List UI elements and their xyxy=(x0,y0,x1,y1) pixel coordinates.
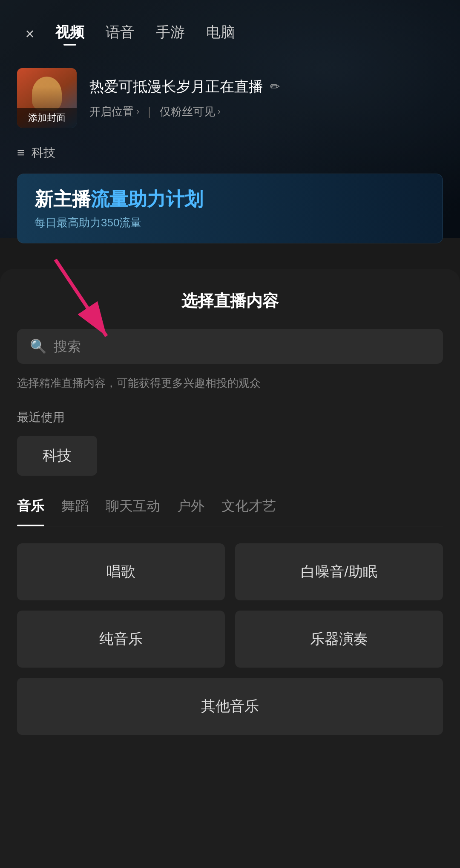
location-meta[interactable]: 开启位置 › xyxy=(89,104,139,119)
category-row[interactable]: ≡ 科技 xyxy=(0,140,460,169)
content-grid: 唱歌 白噪音/助眠 纯音乐 乐器演奏 其他音乐 xyxy=(17,543,443,735)
close-button[interactable]: × xyxy=(17,21,43,47)
search-icon: 🔍 xyxy=(30,338,47,354)
visibility-meta[interactable]: 仅粉丝可见 › xyxy=(160,104,221,119)
promo-banner[interactable]: 新主播流量助力计划 每日最高助力350流量 xyxy=(17,174,443,243)
meta-divider: | xyxy=(148,105,151,118)
search-bar[interactable]: 🔍 xyxy=(17,329,443,364)
visibility-label: 仅粉丝可见 xyxy=(160,104,215,119)
tab-video[interactable]: 视频 xyxy=(55,23,84,46)
category-label: 科技 xyxy=(32,145,55,161)
cat-tab-dance[interactable]: 舞蹈 xyxy=(61,497,89,526)
live-info: 热爱可抵漫长岁月正在直播 ✏ 开启位置 › | 仅粉丝可见 › xyxy=(89,77,443,119)
category-icon: ≡ xyxy=(17,146,25,160)
cat-tab-culture[interactable]: 文化才艺 xyxy=(221,497,276,526)
location-label: 开启位置 xyxy=(89,104,134,119)
live-meta: 开启位置 › | 仅粉丝可见 › xyxy=(89,104,443,119)
recent-section: 最近使用 科技 xyxy=(17,409,443,476)
promo-title: 新主播流量助力计划 xyxy=(34,187,426,212)
recent-label: 最近使用 xyxy=(17,409,443,425)
cover-thumbnail[interactable]: 添加封面 xyxy=(17,68,77,128)
live-title-row: 热爱可抵漫长岁月正在直播 ✏ xyxy=(89,77,443,97)
sheet-title: 选择直播内容 xyxy=(17,290,443,312)
nav-tabs: 视频 语音 手游 电脑 xyxy=(55,23,235,46)
content-singing[interactable]: 唱歌 xyxy=(17,543,225,600)
recent-item-0[interactable]: 科技 xyxy=(17,436,97,476)
search-input[interactable] xyxy=(54,339,430,354)
cat-tab-chat[interactable]: 聊天互动 xyxy=(106,497,160,526)
helper-text: 选择精准直播内容，可能获得更多兴趣相投的观众 xyxy=(17,376,443,391)
promo-subtitle: 每日最高助力350流量 xyxy=(34,215,426,230)
content-whitenoise[interactable]: 白噪音/助眠 xyxy=(235,543,443,600)
location-chevron: › xyxy=(136,106,139,117)
category-tabs: 音乐 舞蹈 聊天互动 户外 文化才艺 xyxy=(17,497,443,526)
content-other-music[interactable]: 其他音乐 xyxy=(17,678,443,735)
cat-tab-outdoor[interactable]: 户外 xyxy=(177,497,204,526)
content-instruments[interactable]: 乐器演奏 xyxy=(235,611,443,668)
bottom-sheet: 选择直播内容 🔍 选择精准直播内容，可能获得更多兴趣相投的观众 最近使用 科技 … xyxy=(0,269,460,868)
visibility-chevron: › xyxy=(218,106,221,117)
tab-pc[interactable]: 电脑 xyxy=(206,23,235,46)
live-title: 热爱可抵漫长岁月正在直播 xyxy=(89,77,263,97)
tab-mobile-game[interactable]: 手游 xyxy=(156,23,185,46)
tab-voice[interactable]: 语音 xyxy=(106,23,135,46)
live-card: 添加封面 热爱可抵漫长岁月正在直播 ✏ 开启位置 › | 仅粉丝可见 › xyxy=(0,55,460,140)
cover-label: 添加封面 xyxy=(17,108,77,128)
edit-title-icon[interactable]: ✏ xyxy=(270,80,280,94)
cat-tab-music[interactable]: 音乐 xyxy=(17,497,44,526)
top-nav: × 视频 语音 手游 电脑 xyxy=(0,0,460,55)
content-instrumental[interactable]: 纯音乐 xyxy=(17,611,225,668)
